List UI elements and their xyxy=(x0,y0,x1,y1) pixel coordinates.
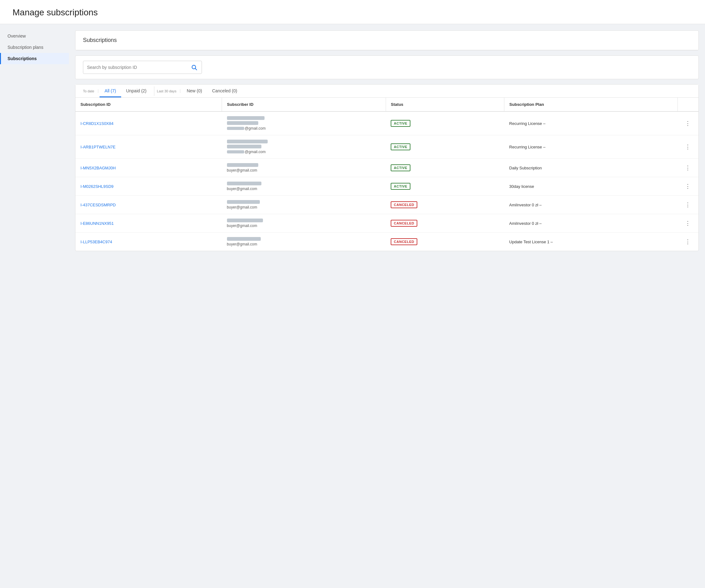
main-content: Subscriptions To date All (7 xyxy=(69,24,705,587)
sub-id-cell: I-CR8D1X1S0X84 xyxy=(76,111,222,135)
sub-id-link[interactable]: I-ARB1PTWELN7E xyxy=(81,145,115,149)
subscriber-blurred-line xyxy=(227,182,262,185)
sub-id-link[interactable]: I-E86UNN1NX951 xyxy=(81,221,113,226)
col-header-subscriber-id: Subscriber ID xyxy=(222,98,386,111)
more-options-button[interactable]: ⋮ xyxy=(683,182,693,190)
subscriber-email: buyer@gmail.com xyxy=(227,205,381,210)
subscriptions-card: Subscriptions xyxy=(75,30,699,50)
status-cell: ACTIVE xyxy=(386,135,504,159)
sub-id-link[interactable]: I-437CESDSMRPD xyxy=(81,202,116,207)
status-badge: ACTIVE xyxy=(391,120,411,127)
actions-cell: ⋮ xyxy=(677,159,698,177)
sub-id-link[interactable]: I-LLP53EB4C974 xyxy=(81,239,112,244)
actions-cell: ⋮ xyxy=(677,135,698,159)
plan-name: AmiInvestor 0 zł – xyxy=(509,221,542,226)
status-cell: ACTIVE xyxy=(386,159,504,177)
page-header: Manage subscriptions xyxy=(0,0,705,24)
tab-new[interactable]: New (0) xyxy=(182,85,207,97)
more-options-button[interactable]: ⋮ xyxy=(683,164,693,172)
table-row: I-E86UNN1NX951 buyer@gmail.com CANCELED … xyxy=(76,214,698,233)
plan-cell: Recurring License – xyxy=(504,135,677,159)
subscriber-blurred-line xyxy=(227,200,260,204)
more-options-button[interactable]: ⋮ xyxy=(683,201,693,209)
more-options-button[interactable]: ⋮ xyxy=(683,143,693,151)
subscriber-blurred-line-2 xyxy=(227,121,258,125)
plan-name: Update Test License 1 – xyxy=(509,239,553,244)
subscriber-cell: @gmail.com xyxy=(222,135,386,159)
more-options-button[interactable]: ⋮ xyxy=(683,238,693,246)
subscriber-cell: buyer@gmail.com xyxy=(222,196,386,214)
svg-line-1 xyxy=(195,69,197,70)
status-cell: CANCELED xyxy=(386,196,504,214)
more-options-button[interactable]: ⋮ xyxy=(683,219,693,227)
plan-cell: Daily Subscription xyxy=(504,159,677,177)
sub-id-link[interactable]: I-CR8D1X1S0X84 xyxy=(81,121,113,126)
col-header-actions xyxy=(677,98,698,111)
sub-id-link[interactable]: I-M0262SHL9SD9 xyxy=(81,184,113,189)
plan-cell: 30day license xyxy=(504,177,677,196)
col-header-sub-id: Subscription ID xyxy=(76,98,222,111)
plan-cell: Update Test License 1 – xyxy=(504,233,677,251)
subscriber-cell: buyer@gmail.com xyxy=(222,233,386,251)
subscriber-cell: @gmail.com xyxy=(222,111,386,135)
subscriber-email: buyer@gmail.com xyxy=(227,187,381,191)
table-row: I-437CESDSMRPD buyer@gmail.com CANCELED … xyxy=(76,196,698,214)
search-input[interactable] xyxy=(87,65,190,70)
search-icon xyxy=(191,64,197,71)
last-30-label: Last 30 days xyxy=(157,89,180,93)
plan-name: Recurring License – xyxy=(509,121,546,126)
subscriber-blurred-line xyxy=(227,219,263,222)
subscriber-email: buyer@gmail.com xyxy=(227,224,381,228)
subscriber-blurred-line xyxy=(227,163,258,167)
sub-id-cell: I-LLP53EB4C974 xyxy=(76,233,222,251)
actions-cell: ⋮ xyxy=(677,214,698,233)
tab-canceled[interactable]: Canceled (0) xyxy=(207,85,242,97)
tab-divider xyxy=(154,86,154,96)
actions-cell: ⋮ xyxy=(677,196,698,214)
subscriber-blurred-line-1 xyxy=(227,116,265,120)
table-container: To date All (7) Unpaid (2) Last 30 days … xyxy=(75,84,699,251)
plan-name: Daily Subscription xyxy=(509,166,542,170)
subscriber-email: @gmail.com xyxy=(227,126,381,131)
card-header: Subscriptions xyxy=(76,31,698,50)
status-cell: ACTIVE xyxy=(386,111,504,135)
table-row: I-ARB1PTWELN7E @gmail.com ACTIVE Recurri… xyxy=(76,135,698,159)
actions-cell: ⋮ xyxy=(677,177,698,196)
table-row: I-LLP53EB4C974 buyer@gmail.com CANCELED … xyxy=(76,233,698,251)
to-date-label: To date xyxy=(83,89,98,93)
search-button[interactable] xyxy=(190,63,198,71)
tab-section-to-date: To date All (7) Unpaid (2) xyxy=(83,85,151,97)
col-header-plan: Subscription Plan xyxy=(504,98,677,111)
sidebar-item-overview[interactable]: Overview xyxy=(0,30,69,42)
status-badge: CANCELED xyxy=(391,220,417,227)
table-row: I-MN5X2BAGMJ0H buyer@gmail.com ACTIVE Da… xyxy=(76,159,698,177)
status-cell: CANCELED xyxy=(386,214,504,233)
tab-all[interactable]: All (7) xyxy=(100,85,121,97)
layout: Overview Subscription plans Subscription… xyxy=(0,24,705,587)
more-options-button[interactable]: ⋮ xyxy=(683,119,693,127)
plan-name: Recurring License – xyxy=(509,145,546,149)
col-header-status: Status xyxy=(386,98,504,111)
sub-id-link[interactable]: I-MN5X2BAGMJ0H xyxy=(81,166,116,170)
subscriber-blurred-line xyxy=(227,237,261,241)
subscriber-cell: buyer@gmail.com xyxy=(222,214,386,233)
subscriber-blurred-line-2 xyxy=(227,145,262,148)
plan-cell: AmiInvestor 0 zł – xyxy=(504,196,677,214)
plan-name: 30day license xyxy=(509,184,534,189)
status-badge: ACTIVE xyxy=(391,143,411,150)
subscriber-email: buyer@gmail.com xyxy=(227,242,381,246)
sub-id-cell: I-E86UNN1NX951 xyxy=(76,214,222,233)
status-badge: ACTIVE xyxy=(391,183,411,190)
tab-unpaid[interactable]: Unpaid (2) xyxy=(121,85,151,97)
tab-section-last-30: Last 30 days New (0) Canceled (0) xyxy=(157,85,242,97)
search-container xyxy=(75,55,699,79)
sidebar-item-subscription-plans[interactable]: Subscription plans xyxy=(0,42,69,53)
subscriber-cell: buyer@gmail.com xyxy=(222,177,386,196)
status-badge: CANCELED xyxy=(391,201,417,208)
status-badge: ACTIVE xyxy=(391,164,411,171)
actions-cell: ⋮ xyxy=(677,111,698,135)
sidebar-item-subscriptions[interactable]: Subscriptions xyxy=(0,53,69,64)
subscriber-blurred-line-1 xyxy=(227,140,268,143)
table-row: I-CR8D1X1S0X84 @gmail.com ACTIVE Recurri… xyxy=(76,111,698,135)
sub-id-cell: I-437CESDSMRPD xyxy=(76,196,222,214)
